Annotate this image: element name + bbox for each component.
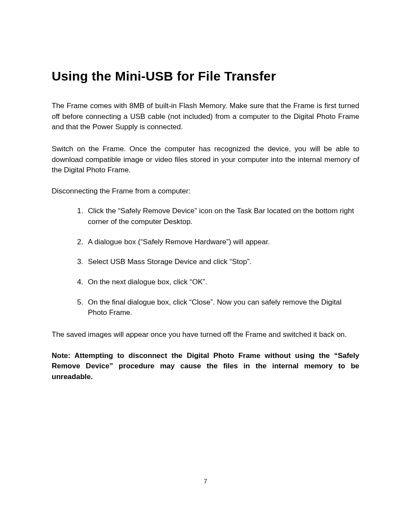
document-page: Using the Mini-USB for File Transfer The…: [0, 0, 411, 532]
list-item: On the final dialogue box, click “Close”…: [85, 297, 359, 318]
list-item: A dialogue box (“Safely Remove Hardware”…: [85, 237, 359, 248]
note-paragraph: Note: Attempting to disconnect the Digit…: [52, 351, 359, 383]
page-number: 7: [0, 478, 411, 485]
paragraph-intro-1: The Frame comes with 8MB of built-in Fla…: [52, 101, 359, 133]
paragraph-outro: The saved images will appear once you ha…: [52, 330, 359, 340]
list-item: Click the “Safely Remove Device” icon on…: [85, 206, 359, 227]
list-item: Select USB Mass Storage Device and click…: [85, 257, 359, 268]
list-item: On the next dialogue box, click “OK”.: [85, 277, 359, 288]
page-title: Using the Mini-USB for File Transfer: [52, 69, 359, 84]
steps-list: Click the “Safely Remove Device” icon on…: [52, 206, 359, 318]
paragraph-disconnect-lead: Disconnecting the Frame from a computer:: [52, 186, 359, 197]
paragraph-intro-2: Switch on the Frame. Once the computer h…: [52, 144, 359, 176]
